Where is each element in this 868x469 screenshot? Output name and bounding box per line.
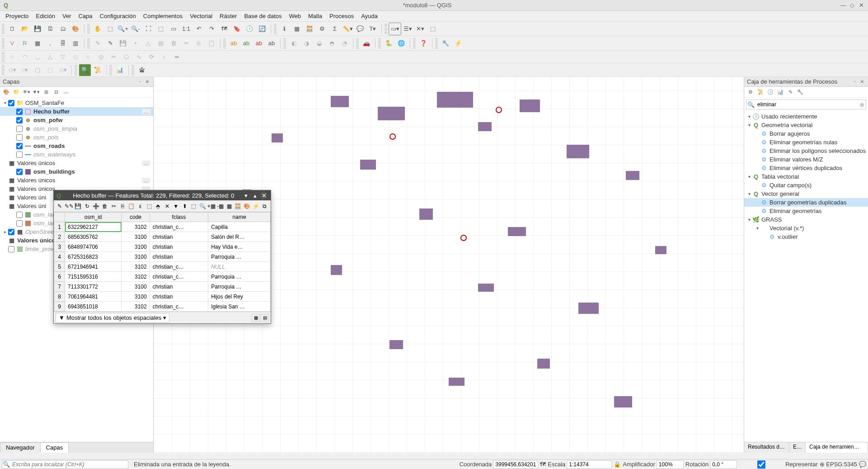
table-cell[interactable]: Parroquia … xyxy=(208,252,271,262)
scale-input[interactable] xyxy=(567,460,612,469)
layer-visibility-checkbox[interactable] xyxy=(8,229,14,235)
table-row-number[interactable]: 4 xyxy=(54,252,65,262)
table-cell[interactable]: 7151595316 xyxy=(65,272,122,282)
table-row[interactable]: 467253168233100christianParroquia … xyxy=(54,252,271,262)
layer-visibility-checkbox[interactable] xyxy=(16,212,23,218)
layer-tree-item[interactable]: osm_roads xyxy=(0,142,153,150)
attr-invert-select[interactable]: ⬘ xyxy=(154,202,163,211)
table-cell[interactable]: christian_c… xyxy=(150,272,208,282)
layout-manager-button[interactable]: 🗂 xyxy=(57,23,69,35)
attr-dock[interactable]: ⧉ xyxy=(260,202,269,211)
table-cell[interactable]: 3102 xyxy=(122,222,150,232)
table-cell[interactable]: Parroquia … xyxy=(208,272,271,282)
processing-history-button[interactable]: 🕓 xyxy=(766,88,775,97)
table-cell[interactable]: Iglesia San … xyxy=(208,302,271,312)
toolbar-handle[interactable] xyxy=(2,38,5,48)
processing-tree-item[interactable]: ⚙Eliminar vértices duplicados xyxy=(744,164,868,172)
attr-move-select-top[interactable]: ⬆ xyxy=(181,202,189,211)
tab-navegador[interactable]: Navegador xyxy=(0,442,41,453)
map-tips-button[interactable]: 💬 xyxy=(354,23,366,35)
locator-input[interactable] xyxy=(10,461,128,468)
table-cell[interactable]: christian xyxy=(150,282,208,292)
rotation-input[interactable] xyxy=(710,460,737,469)
lock-scale-button[interactable]: 🔒 xyxy=(614,461,621,468)
attr-maximize-button[interactable]: ▴ xyxy=(251,191,259,199)
table-cell[interactable]: 3100 xyxy=(122,282,150,292)
osm-download-button[interactable]: 🚗 xyxy=(361,38,372,49)
table-row-number[interactable]: 5 xyxy=(54,262,65,272)
table-cell[interactable]: christian xyxy=(150,232,208,242)
attr-zoom-to-select[interactable]: 🔍 xyxy=(198,202,207,211)
layer-visibility-checkbox[interactable] xyxy=(8,100,14,106)
table-row[interactable]: 268563057623100christianSalón del R… xyxy=(54,232,271,242)
processing-options-button[interactable]: 🔧 xyxy=(796,88,805,97)
menu-malla[interactable]: Malla xyxy=(305,12,326,20)
expand-icon[interactable]: ▾ xyxy=(2,100,8,105)
table-cell[interactable]: 3102 xyxy=(122,302,150,312)
processing-tree-item[interactable]: ⚙Eliminar geometrías xyxy=(744,207,868,215)
attr-deselect-all[interactable]: ✕ xyxy=(163,202,171,211)
processing-toolbox-button[interactable]: ⚙ xyxy=(316,23,328,35)
new-bookmark-button[interactable]: 🔖 xyxy=(231,23,243,35)
menu-configuracion[interactable]: Configuración xyxy=(96,12,140,20)
menu-procesos[interactable]: Procesos xyxy=(326,12,357,20)
toolbar-handle[interactable] xyxy=(109,65,112,75)
style-manager-button[interactable]: 🎨 xyxy=(70,23,81,35)
processing-tree-item[interactable]: ⚙v.outlier xyxy=(744,232,868,241)
table-row-number[interactable]: 7 xyxy=(54,282,65,292)
tab-estadisticas[interactable]: Es… xyxy=(789,442,806,453)
processing-panel-undock-button[interactable]: ▫ xyxy=(852,79,858,85)
attr-select-all[interactable]: ⬚ xyxy=(145,202,154,211)
python-console-button[interactable]: 🐍 xyxy=(383,38,394,49)
layer-visibility-checkbox[interactable] xyxy=(16,117,23,123)
tab-caja-herramientas[interactable]: Caja de herramien… xyxy=(806,442,868,453)
toolbar-handle[interactable] xyxy=(87,38,90,48)
table-row-number[interactable]: 2 xyxy=(54,232,65,242)
save-project-button[interactable]: 💾 xyxy=(32,23,43,35)
magnifier-input[interactable] xyxy=(657,460,684,469)
layer-tree-item[interactable]: ▦Valores únicos… xyxy=(0,159,153,167)
table-row[interactable]: 671515953163102christian_c…Parroquia … xyxy=(54,272,271,282)
layer-tree-item[interactable]: osm_pofw xyxy=(0,116,153,124)
processing-tree-item[interactable]: ▾QGeometría vectorial xyxy=(744,121,868,129)
table-cell[interactable]: 6322962127 xyxy=(65,222,122,232)
crs-button[interactable]: ⊕ EPSG:5345 xyxy=(820,461,857,468)
table-column-header[interactable]: fclass xyxy=(150,213,208,222)
expand-icon[interactable]: ▾ xyxy=(746,174,752,179)
filter-legend-button[interactable]: ▼▾ xyxy=(32,88,41,97)
table-row[interactable]: 969436510183102christian_c…Iglesia San … xyxy=(54,302,271,312)
processing-tree-item[interactable]: ⚙Eliminar geometrías nulas xyxy=(744,138,868,147)
layer-tree-item[interactable]: Hecho buffer… xyxy=(0,107,153,116)
table-column-header[interactable]: osm_id xyxy=(65,213,122,222)
table-column-header[interactable]: name xyxy=(208,213,271,222)
table-row-number[interactable]: 8 xyxy=(54,292,65,302)
label-toolbar-btn3[interactable]: ab xyxy=(253,38,265,49)
expand-icon[interactable]: ▾ xyxy=(746,114,752,119)
processing-edit-button[interactable]: ✎ xyxy=(786,88,795,97)
tab-resultados[interactable]: Resultados de l… xyxy=(744,442,789,453)
delimited-text-button[interactable]: , xyxy=(44,38,56,49)
table-cell[interactable]: 3102 xyxy=(122,262,150,272)
pan-to-selection-button[interactable]: ⬚ xyxy=(104,23,116,35)
zoom-in-button[interactable]: 🔍+ xyxy=(117,23,129,35)
layer-visibility-checkbox[interactable] xyxy=(16,109,23,115)
menu-raster[interactable]: Ráster xyxy=(216,12,240,20)
menu-base-de-datos[interactable]: Base de datos xyxy=(240,12,285,20)
measure-button[interactable]: 📏▾ xyxy=(342,23,353,35)
processing-tree-item[interactable]: ▾QVector general xyxy=(744,189,868,198)
render-checkbox-field[interactable]: Representar xyxy=(739,460,818,469)
identify-button[interactable]: ℹ xyxy=(278,23,290,35)
layer-visibility-checkbox[interactable] xyxy=(16,143,23,149)
zoom-full-button[interactable]: ⛶ xyxy=(142,23,154,35)
menu-web[interactable]: Web xyxy=(286,12,305,20)
toolbar-handle[interactable] xyxy=(385,24,387,34)
menu-capa[interactable]: Capa xyxy=(75,12,96,20)
attr-pan-to-select[interactable]: ⬚ xyxy=(189,202,198,211)
toolbar-handle[interactable] xyxy=(356,38,359,48)
attribute-table-titlebar[interactable]: Q Hecho buffer — Features Total: 229, Fi… xyxy=(54,190,271,200)
toolbar-handle[interactable] xyxy=(378,38,381,48)
toolbar-handle[interactable] xyxy=(413,38,416,48)
attr-organize-columns[interactable]: ▦ xyxy=(225,202,234,211)
manage-map-themes-button[interactable]: 👁▾ xyxy=(22,88,31,97)
open-project-button[interactable]: 📂 xyxy=(19,23,31,35)
